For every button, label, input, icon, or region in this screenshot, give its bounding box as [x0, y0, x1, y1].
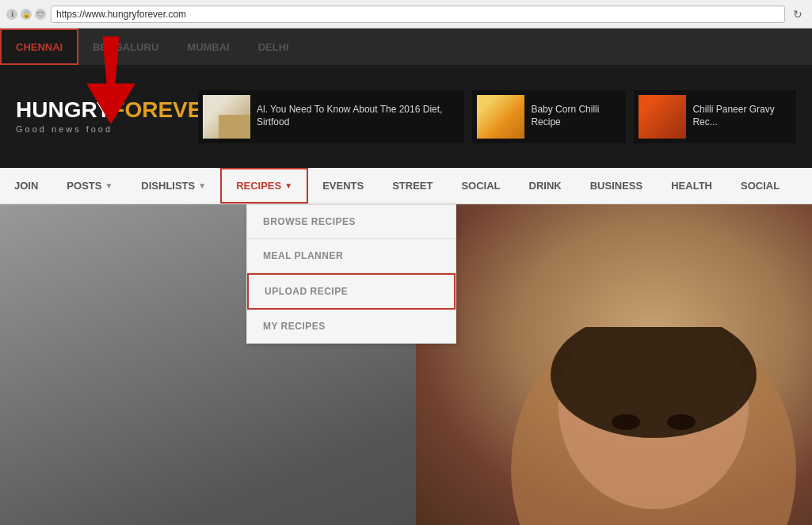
info-icon: ℹ — [6, 9, 17, 20]
nav-business[interactable]: BUSINESS — [576, 168, 657, 204]
city-nav-mumbai[interactable]: MUMBAI — [173, 29, 243, 65]
site-header: HUNGRYFOREVER Good news food Al. You Nee… — [0, 65, 812, 168]
logo-tagline: Good news food — [16, 124, 174, 134]
nav-street[interactable]: STREET — [378, 168, 447, 204]
dropdown-meal-planner[interactable]: MEAL PLANNER — [247, 239, 456, 273]
post-thumb-1 — [203, 95, 250, 139]
recent-post-2[interactable]: Baby Corn Chilli Recipe — [472, 90, 626, 143]
main-navigation: JOIN POSTS ▼ DISHLISTS ▼ RECIPES ▼ EVENT… — [0, 168, 812, 204]
logo-text: HUNGRYFOREVER — [16, 99, 174, 121]
city-nav-bengaluru[interactable]: BENGALURU — [78, 29, 173, 65]
shield-icon: 🛡 — [35, 9, 46, 20]
dropdown-browse-recipes[interactable]: BROWSE RECIPES — [247, 205, 456, 239]
dropdown-my-recipes[interactable]: MY RECIPES — [247, 310, 456, 343]
post-thumb-2 — [477, 95, 524, 139]
nav-dishlists[interactable]: DISHLISTS ▼ — [127, 168, 220, 204]
browser-security-icons: ℹ 🔒 🛡 — [6, 9, 46, 20]
post-title-2: Baby Corn Chilli Recipe — [531, 104, 621, 128]
nav-social[interactable]: SOCIAL — [447, 168, 514, 204]
url-text: https://www.hungryforever.com — [56, 9, 186, 20]
recent-post-1[interactable]: Al. You Need To Know About The 2016 Diet… — [198, 90, 464, 143]
nav-drink[interactable]: DRINK — [515, 168, 576, 204]
city-navigation: CHENNAI BENGALURU MUMBAI DELHI — [0, 29, 812, 65]
svg-point-5 — [667, 414, 696, 430]
svg-point-4 — [612, 414, 640, 430]
logo[interactable]: HUNGRYFOREVER Good news food — [16, 99, 174, 134]
address-bar[interactable]: https://www.hungryforever.com — [51, 6, 785, 23]
posts-arrow-icon: ▼ — [105, 181, 112, 190]
browser-bar: ℹ 🔒 🛡 https://www.hungryforever.com ↻ — [0, 0, 812, 29]
recipes-dropdown: BROWSE RECIPES MEAL PLANNER UPLOAD RECIP… — [246, 204, 456, 344]
hero-image — [416, 204, 812, 525]
recent-post-3[interactable]: Chilli Paneer Gravy Rec... — [634, 90, 796, 143]
nav-recipes[interactable]: RECIPES ▼ — [220, 168, 308, 204]
nav-posts[interactable]: POSTS ▼ — [52, 168, 127, 204]
post-title-1: Al. You Need To Know About The 2016 Diet… — [257, 104, 459, 128]
city-nav-delhi[interactable]: DELHI — [244, 29, 303, 65]
post-thumb-3 — [639, 95, 686, 139]
dropdown-upload-recipe[interactable]: UPLOAD RECIPE — [247, 273, 456, 310]
city-nav-chennai[interactable]: CHENNAI — [0, 29, 78, 65]
recipes-arrow-icon: ▼ — [284, 181, 292, 190]
nav-health[interactable]: HEALTH — [657, 168, 726, 204]
lock-icon: 🔒 — [21, 9, 32, 20]
refresh-button[interactable]: ↻ — [790, 6, 806, 22]
nav-join[interactable]: JOIN — [0, 168, 52, 204]
dishlists-arrow-icon: ▼ — [198, 181, 206, 190]
nav-social2[interactable]: SOCIAL — [726, 168, 794, 204]
post-title-3: Chilli Paneer Gravy Rec... — [692, 104, 791, 128]
recent-posts-ticker: Al. You Need To Know About The 2016 Diet… — [198, 90, 796, 143]
nav-events[interactable]: EVENTS — [308, 168, 378, 204]
